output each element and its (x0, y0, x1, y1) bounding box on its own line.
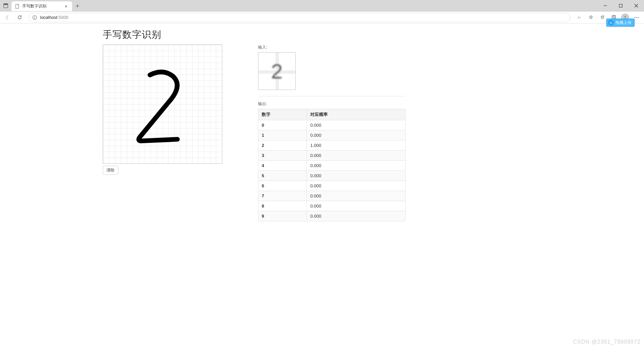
table-row: 30.000 (258, 151, 406, 161)
table-row: 90.000 (258, 211, 406, 221)
input-preview: 2 (258, 52, 296, 90)
table-row: 60.000 (258, 181, 406, 191)
url-rest: :5000 (57, 15, 68, 20)
browser-app-icon (0, 0, 11, 11)
new-tab-button[interactable]: + (72, 1, 83, 11)
watermark: CSDN @2301_79809972 (573, 339, 641, 345)
nav-refresh-button[interactable] (14, 13, 25, 22)
svg-text:A: A (577, 16, 579, 19)
table-row: 10.000 (258, 130, 406, 140)
svg-point-17 (624, 16, 626, 17)
tab-title: 手写数字识别 (22, 3, 61, 9)
input-section-label: 输入: (258, 44, 406, 50)
section-divider (258, 96, 406, 96)
table-cell-prob: 0.000 (307, 211, 406, 221)
svg-point-20 (638, 17, 639, 18)
svg-text:»: » (580, 16, 581, 18)
table-cell-digit: 5 (258, 171, 307, 181)
output-table: 数字 对应概率 00.00010.00021.00030.00040.00050… (258, 109, 406, 221)
svg-point-7 (34, 16, 35, 17)
table-cell-prob: 0.000 (307, 120, 406, 130)
table-header-prob: 对应概率 (307, 109, 406, 120)
window-minimize-button[interactable] (598, 0, 613, 11)
table-cell-prob: 0.000 (307, 171, 406, 181)
table-cell-prob: 0.000 (307, 191, 406, 201)
read-aloud-icon[interactable]: A» (574, 13, 585, 22)
browser-toolbar: localhost:5000 A» (0, 11, 644, 24)
table-cell-digit: 2 (258, 140, 307, 151)
window-close-button[interactable] (629, 0, 644, 11)
table-cell-digit: 1 (258, 130, 307, 140)
table-row: 40.000 (258, 161, 406, 171)
page-icon (15, 4, 20, 9)
address-bar[interactable]: localhost:5000 (28, 13, 571, 22)
table-cell-digit: 6 (258, 181, 307, 191)
url-host: localhost (40, 15, 57, 20)
output-section-label: 输出: (258, 101, 406, 107)
table-row: 80.000 (258, 201, 406, 211)
drawing-canvas[interactable] (103, 44, 222, 164)
table-cell-prob: 1.000 (307, 140, 406, 151)
page-content: 手写数字识别 清除 输入: 2 输出: (0, 24, 644, 347)
tab-close-icon[interactable]: × (63, 4, 69, 9)
page-title: 手写数字识别 (103, 28, 644, 41)
browser-titlebar: 手写数字识别 × + (0, 0, 644, 11)
table-cell-digit: 8 (258, 201, 307, 211)
svg-point-19 (636, 17, 637, 18)
svg-rect-3 (619, 4, 622, 7)
table-cell-digit: 3 (258, 151, 307, 161)
table-cell-digit: 4 (258, 161, 307, 171)
window-maximize-button[interactable] (613, 0, 629, 11)
svg-point-18 (635, 17, 635, 18)
table-cell-digit: 7 (258, 191, 307, 201)
preview-digit: 2 (271, 59, 283, 83)
table-cell-prob: 0.000 (307, 181, 406, 191)
window-controls (598, 0, 644, 11)
table-row: 50.000 (258, 171, 406, 181)
svg-rect-8 (34, 17, 35, 19)
table-header-digit: 数字 (258, 109, 307, 120)
table-cell-prob: 0.000 (307, 161, 406, 171)
table-row: 21.000 (258, 140, 406, 151)
table-row: 70.000 (258, 191, 406, 201)
star-sparkle-icon[interactable] (585, 13, 596, 22)
clear-button[interactable]: 清除 (103, 166, 118, 175)
site-info-icon[interactable] (32, 15, 37, 20)
table-row: 00.000 (258, 120, 406, 130)
table-cell-digit: 9 (258, 211, 307, 221)
svg-rect-1 (4, 3, 8, 5)
nav-back-button[interactable] (2, 13, 13, 22)
table-cell-prob: 0.000 (307, 151, 406, 161)
table-cell-digit: 0 (258, 120, 307, 130)
address-url: localhost:5000 (40, 15, 567, 20)
table-cell-prob: 0.000 (307, 130, 406, 140)
browser-tab-active[interactable]: 手写数字识别 × (11, 1, 72, 11)
drawn-stroke (103, 45, 222, 163)
table-cell-prob: 0.000 (307, 201, 406, 211)
